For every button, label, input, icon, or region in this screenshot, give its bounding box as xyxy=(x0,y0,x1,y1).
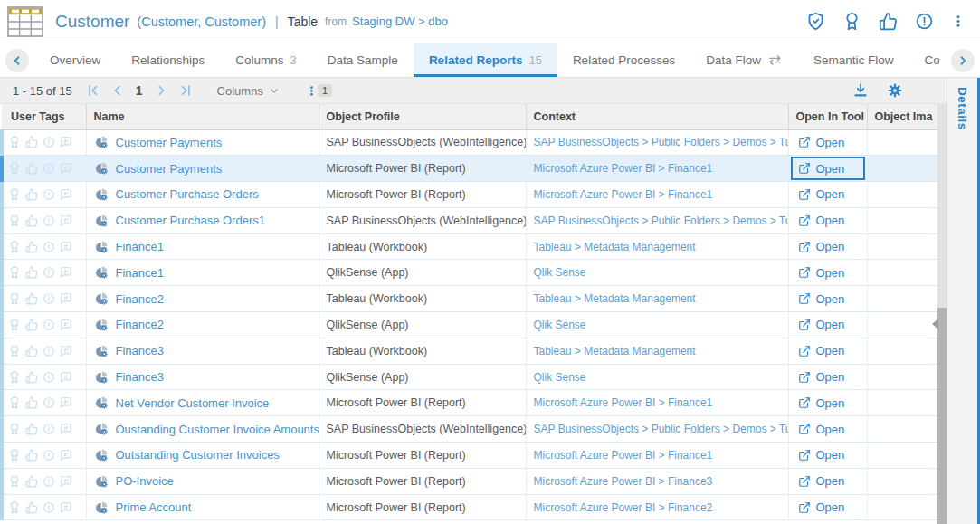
award-ribbon-icon[interactable] xyxy=(8,371,21,384)
table-row[interactable]: Outstanding Customer InvoicesMicrosoft P… xyxy=(2,443,939,469)
table-row[interactable]: Customer PaymentsMicrosoft Power BI (Rep… xyxy=(2,156,939,182)
thumbs-up-icon[interactable] xyxy=(25,475,38,488)
report-name-link[interactable]: Customer Purchase Orders1 xyxy=(116,214,265,227)
report-name-link[interactable]: Finance3 xyxy=(116,370,164,384)
tab-related-reports[interactable]: Related Reports15 xyxy=(414,43,557,77)
details-panel-grip-arrow[interactable] xyxy=(932,319,938,329)
award-ribbon-icon[interactable] xyxy=(8,292,21,305)
context-breadcrumb-link[interactable]: Tableau > Metadata Management xyxy=(534,292,696,305)
alert-circle-icon[interactable] xyxy=(915,12,934,31)
context-breadcrumb-link[interactable]: SAP BusinessObjects > Public Folders > D… xyxy=(534,136,789,148)
comment-icon[interactable] xyxy=(60,266,72,279)
report-name-link[interactable]: Customer Payments xyxy=(116,136,223,149)
award-ribbon-icon[interactable] xyxy=(8,423,21,435)
comment-icon[interactable] xyxy=(60,501,72,514)
comment-icon[interactable] xyxy=(60,396,72,409)
tab-co[interactable]: Co xyxy=(909,43,947,77)
open-in-tool-button[interactable]: Open xyxy=(791,470,865,493)
report-name-link[interactable]: Finance2 xyxy=(116,318,164,331)
alert-circle-icon[interactable] xyxy=(43,241,55,253)
context-breadcrumb-link[interactable]: Qlik Sense xyxy=(534,266,586,279)
open-in-tool-button[interactable]: Open xyxy=(791,339,865,363)
kebab-menu-icon[interactable] xyxy=(951,12,966,31)
open-in-tool-button[interactable]: Open xyxy=(791,417,865,441)
alert-circle-icon[interactable] xyxy=(43,501,55,514)
details-panel-tab[interactable]: Details xyxy=(947,78,980,524)
tab-columns[interactable]: Columns3 xyxy=(220,43,312,77)
open-in-tool-button[interactable]: Open xyxy=(791,496,865,519)
alert-circle-icon[interactable] xyxy=(43,136,55,148)
alert-circle-icon[interactable] xyxy=(43,188,55,201)
table-row[interactable]: Finance3Tableau (Workbook)Tableau > Meta… xyxy=(2,338,939,364)
applied-filters-indicator[interactable]: 1 xyxy=(306,84,332,98)
award-ribbon-icon[interactable] xyxy=(8,396,21,409)
context-breadcrumb-link[interactable]: Microsoft Azure Power BI > Finance1 xyxy=(534,396,713,409)
tab-overview[interactable]: Overview xyxy=(34,43,116,77)
vertical-scrollbar[interactable] xyxy=(937,104,947,524)
columns-dropdown[interactable]: Columns xyxy=(217,84,279,98)
first-page-icon[interactable] xyxy=(87,84,100,97)
context-breadcrumb-link[interactable]: Qlik Sense xyxy=(534,319,586,331)
scrollbar-thumb[interactable] xyxy=(937,308,947,524)
context-breadcrumb-link[interactable]: Microsoft Azure Power BI > Finance3 xyxy=(534,475,713,488)
report-name-link[interactable]: Customer Payments xyxy=(116,162,223,176)
open-in-tool-button[interactable]: Open xyxy=(791,261,865,284)
thumbs-up-icon[interactable] xyxy=(25,241,38,253)
thumbs-up-icon[interactable] xyxy=(25,345,38,357)
comment-icon[interactable] xyxy=(60,188,72,201)
report-name-link[interactable]: Finance1 xyxy=(116,266,164,280)
comment-icon[interactable] xyxy=(60,162,72,175)
open-in-tool-button[interactable]: Open xyxy=(791,131,865,155)
table-row[interactable]: Customer PaymentsSAP BusinessObjects (We… xyxy=(2,129,939,156)
report-name-link[interactable]: PO-Invoice xyxy=(116,474,174,488)
report-name-link[interactable]: Finance3 xyxy=(116,344,164,357)
table-row[interactable]: Customer Purchase Orders1SAP BusinessObj… xyxy=(2,207,939,233)
thumbs-up-icon[interactable] xyxy=(25,214,38,227)
open-in-tool-button[interactable]: Open xyxy=(791,209,865,233)
alert-circle-icon[interactable] xyxy=(43,423,55,435)
open-in-tool-button[interactable]: Open xyxy=(791,366,865,389)
open-in-tool-button[interactable]: Open xyxy=(791,313,865,337)
context-breadcrumb-link[interactable]: Microsoft Azure Power BI > Finance2 xyxy=(534,501,713,514)
comment-icon[interactable] xyxy=(60,475,72,488)
comment-icon[interactable] xyxy=(60,345,72,357)
award-ribbon-icon[interactable] xyxy=(8,449,21,462)
table-row[interactable]: Finance2QlikSense (App)Qlik SenseOpen xyxy=(2,312,939,338)
award-ribbon-icon[interactable] xyxy=(8,241,21,253)
tab-relationships[interactable]: Relationships xyxy=(116,43,220,77)
thumbs-up-icon[interactable] xyxy=(25,292,38,305)
context-breadcrumb-link[interactable]: Tableau > Metadata Management xyxy=(534,345,696,357)
alert-circle-icon[interactable] xyxy=(43,475,55,488)
thumbs-up-icon[interactable] xyxy=(25,136,38,148)
report-name-link[interactable]: Prime Account xyxy=(116,500,192,514)
context-breadcrumb-link[interactable]: SAP BusinessObjects > Public Folders > D… xyxy=(534,214,789,227)
context-breadcrumb-link[interactable]: Qlik Sense xyxy=(534,371,586,384)
context-breadcrumb-link[interactable]: Tableau > Metadata Management xyxy=(534,241,696,253)
context-breadcrumb-link[interactable]: Microsoft Azure Power BI > Finance1 xyxy=(534,449,713,462)
open-in-tool-button[interactable]: Open xyxy=(791,391,865,414)
table-row[interactable]: Net Vendor Customer InvoiceMicrosoft Pow… xyxy=(2,390,939,416)
thumbs-up-icon[interactable] xyxy=(25,371,38,384)
source-breadcrumb[interactable]: Staging DW > dbo xyxy=(352,14,448,28)
context-breadcrumb-link[interactable]: SAP BusinessObjects > Public Folders > D… xyxy=(534,423,789,435)
context-breadcrumb-link[interactable]: Microsoft Azure Power BI > Finance1 xyxy=(534,162,713,175)
thumbs-up-icon[interactable] xyxy=(25,449,38,462)
report-name-link[interactable]: Oustanding Customer Invoice Amounts xyxy=(116,423,319,436)
open-in-tool-button[interactable]: Open xyxy=(791,443,865,467)
comment-icon[interactable] xyxy=(60,241,72,253)
thumbs-up-icon[interactable] xyxy=(879,12,898,31)
thumbs-up-icon[interactable] xyxy=(25,319,38,331)
award-ribbon-icon[interactable] xyxy=(8,345,21,357)
tab-data-sample[interactable]: Data Sample xyxy=(312,43,414,77)
comment-icon[interactable] xyxy=(60,292,72,305)
award-ribbon-icon[interactable] xyxy=(8,266,21,279)
alert-circle-icon[interactable] xyxy=(43,449,55,462)
alert-circle-icon[interactable] xyxy=(43,266,55,279)
open-in-tool-button[interactable]: Open xyxy=(791,183,865,206)
award-ribbon-icon[interactable] xyxy=(8,188,21,201)
alert-circle-icon[interactable] xyxy=(43,214,55,227)
comment-icon[interactable] xyxy=(60,423,72,435)
alert-circle-icon[interactable] xyxy=(43,292,55,305)
table-row[interactable]: Finance3QlikSense (App)Qlik SenseOpen xyxy=(2,364,939,390)
open-in-tool-button[interactable]: Open xyxy=(791,235,865,259)
